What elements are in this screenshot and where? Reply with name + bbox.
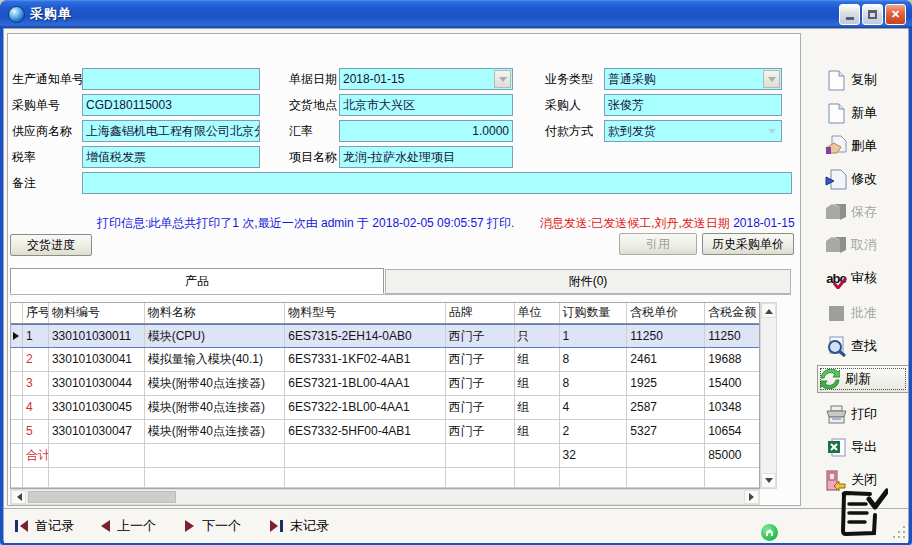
refresh-button[interactable]: 刷新 xyxy=(817,365,909,393)
table-cell[interactable]: 模块(附带40点连接器) xyxy=(145,420,286,443)
grid-horizontal-scrollbar[interactable] xyxy=(10,489,760,505)
table-cell[interactable]: 模块(附带40点连接器) xyxy=(145,372,286,395)
supplier-field[interactable]: 上海鑫锠机电工程有限公司北京分 xyxy=(82,120,260,142)
table-cell[interactable]: 330101030041 xyxy=(49,348,145,371)
project-name-field[interactable]: 龙润-拉萨水处理项目 xyxy=(339,146,513,168)
scroll-left-icon[interactable] xyxy=(11,490,26,504)
search-icon xyxy=(824,335,848,357)
production-notice-field[interactable] xyxy=(82,68,260,90)
scroll-right-icon[interactable] xyxy=(744,490,759,504)
table-cell[interactable]: 只 xyxy=(515,325,560,347)
print-button[interactable]: 打印 xyxy=(824,401,912,427)
business-type-field[interactable]: 普通采购 xyxy=(604,68,782,90)
doc-date-dropdown-icon[interactable] xyxy=(494,70,511,88)
table-cell[interactable]: 330101030047 xyxy=(49,420,145,443)
table-cell[interactable]: 8 xyxy=(560,348,628,371)
remarks-field[interactable] xyxy=(82,172,792,194)
maximize-button[interactable] xyxy=(862,4,883,25)
po-number-field[interactable]: CGD180115003 xyxy=(82,94,260,116)
scroll-up-icon[interactable] xyxy=(761,303,776,318)
table-cell[interactable]: 10654 xyxy=(705,420,759,443)
scroll-down-icon[interactable] xyxy=(761,473,776,488)
table-cell[interactable]: 组 xyxy=(515,348,560,371)
table-cell[interactable]: 330101030044 xyxy=(49,372,145,395)
exchange-rate-field[interactable]: 1.0000 xyxy=(339,120,513,142)
row-marker-cell[interactable] xyxy=(11,396,23,419)
export-button[interactable]: 导出 xyxy=(824,434,912,460)
close-button[interactable]: ✕ xyxy=(885,4,906,25)
table-cell[interactable]: 组 xyxy=(515,396,560,419)
titlebar[interactable]: 采购单 ✕ xyxy=(0,0,912,28)
table-cell[interactable]: 1 xyxy=(560,325,628,347)
row-number-cell[interactable]: 3 xyxy=(23,372,49,395)
payment-method-dropdown-icon[interactable] xyxy=(763,122,780,140)
business-type-dropdown-icon[interactable] xyxy=(763,70,780,88)
table-cell[interactable]: 15400 xyxy=(705,372,759,395)
tax-rate-field[interactable]: 增值税发票 xyxy=(82,146,260,168)
delete-order-button[interactable]: 删单 xyxy=(824,133,912,159)
audit-button[interactable]: abc 审核 xyxy=(824,265,912,291)
row-number-cell[interactable]: 1 xyxy=(23,325,49,347)
table-cell[interactable]: 5327 xyxy=(627,420,705,443)
table-cell[interactable]: 10348 xyxy=(705,396,759,419)
purchaser-field[interactable]: 张俊芳 xyxy=(604,94,782,116)
nav-previous-button[interactable]: 上一个 xyxy=(99,517,156,535)
row-marker-cell[interactable] xyxy=(11,420,23,443)
table-cell[interactable]: 6ES7321-1BL00-4AA1 xyxy=(285,372,446,395)
table-row[interactable]: 3330101030044模块(附带40点连接器)6ES7321-1BL00-4… xyxy=(11,372,759,396)
table-cell[interactable]: 模块(附带40点连接器) xyxy=(145,396,286,419)
copy-button[interactable]: 复制 xyxy=(824,67,912,93)
table-cell[interactable]: 组 xyxy=(515,420,560,443)
table-cell[interactable]: 6ES7331-1KF02-4AB1 xyxy=(285,348,446,371)
table-cell[interactable]: 西门子 xyxy=(446,372,515,395)
table-cell[interactable]: 4 xyxy=(560,396,628,419)
row-marker-cell[interactable] xyxy=(11,372,23,395)
hscroll-thumb[interactable] xyxy=(28,491,176,503)
table-cell[interactable]: 6ES7315-2EH14-0AB0 xyxy=(285,325,446,347)
resize-grip[interactable] xyxy=(892,525,905,538)
table-cell[interactable]: 2587 xyxy=(627,396,705,419)
table-cell[interactable]: 19688 xyxy=(705,348,759,371)
table-row[interactable]: 5330101030047模块(附带40点连接器)6ES7332-5HF00-4… xyxy=(11,420,759,444)
doc-date-field[interactable]: 2018-01-15 xyxy=(339,68,513,90)
table-cell[interactable]: 6ES7322-1BL00-4AA1 xyxy=(285,396,446,419)
modify-button[interactable]: 修改 xyxy=(824,166,912,192)
table-cell[interactable]: 西门子 xyxy=(446,325,515,347)
table-row[interactable]: 2330101030041模拟量输入模块(40.1)6ES7331-1KF02-… xyxy=(11,348,759,372)
table-cell[interactable]: 1925 xyxy=(627,372,705,395)
find-button[interactable]: 查找 xyxy=(824,333,912,359)
row-number-cell[interactable]: 4 xyxy=(23,396,49,419)
table-cell[interactable]: 11250 xyxy=(705,325,759,347)
delivery-progress-button[interactable]: 交货进度 xyxy=(10,234,92,256)
table-cell[interactable]: 西门子 xyxy=(446,396,515,419)
table-cell[interactable]: 11250 xyxy=(627,325,705,347)
row-number-cell[interactable]: 2 xyxy=(23,348,49,371)
table-cell[interactable]: 西门子 xyxy=(446,348,515,371)
row-marker-cell[interactable] xyxy=(11,325,23,347)
table-cell[interactable]: 6ES7332-5HF00-4AB1 xyxy=(285,420,446,443)
table-cell[interactable]: 模拟量输入模块(40.1) xyxy=(145,348,286,371)
grid-vertical-scrollbar[interactable] xyxy=(760,302,777,489)
table-cell[interactable]: 模块(CPU) xyxy=(145,325,286,347)
table-cell[interactable]: 330101030045 xyxy=(49,396,145,419)
table-cell[interactable]: 2461 xyxy=(627,348,705,371)
table-cell[interactable]: 8 xyxy=(560,372,628,395)
nav-last-button[interactable]: 末记录 xyxy=(269,517,329,535)
history-price-button[interactable]: 历史采购单价 xyxy=(702,233,794,255)
row-marker-cell[interactable] xyxy=(11,348,23,371)
table-row[interactable]: 1330101030011模块(CPU)6ES7315-2EH14-0AB0西门… xyxy=(11,324,759,348)
row-number-cell[interactable]: 5 xyxy=(23,420,49,443)
minimize-button[interactable] xyxy=(839,4,860,25)
new-order-button[interactable]: 新单 xyxy=(824,100,912,126)
nav-next-button[interactable]: 下一个 xyxy=(184,517,241,535)
delivery-place-field[interactable]: 北京市大兴区 xyxy=(339,94,513,116)
table-cell[interactable]: 2 xyxy=(560,420,628,443)
payment-method-field[interactable]: 款到发货 xyxy=(604,120,782,142)
table-row[interactable]: 4330101030045模块(附带40点连接器)6ES7322-1BL00-4… xyxy=(11,396,759,420)
table-cell[interactable]: 330101030011 xyxy=(49,325,145,347)
table-cell[interactable]: 组 xyxy=(515,372,560,395)
tab-products[interactable]: 产品 xyxy=(10,268,384,294)
tab-attachments[interactable]: 附件(0) xyxy=(385,269,791,294)
nav-first-button[interactable]: 首记录 xyxy=(14,517,74,535)
table-cell[interactable]: 西门子 xyxy=(446,420,515,443)
